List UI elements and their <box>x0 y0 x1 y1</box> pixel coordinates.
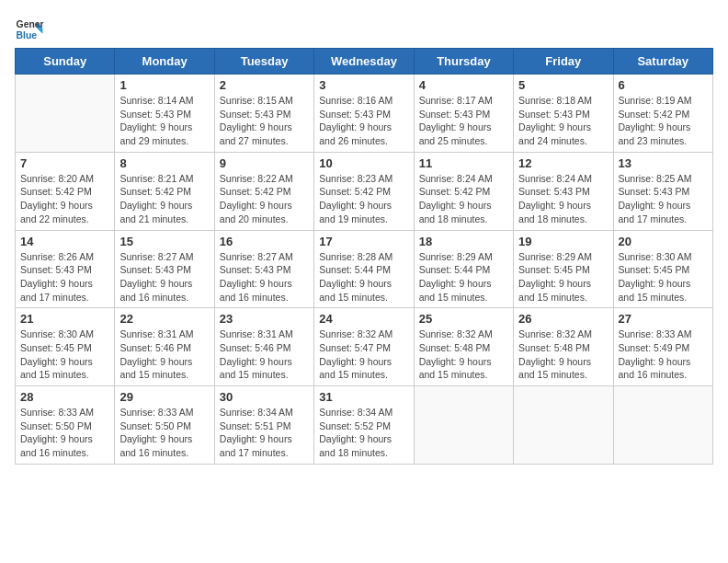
day-number: 12 <box>518 156 608 170</box>
day-number: 24 <box>319 312 408 326</box>
day-number: 5 <box>518 78 608 92</box>
day-info: Sunrise: 8:14 AMSunset: 5:43 PMDaylight:… <box>119 94 209 148</box>
calendar-day-cell: 11Sunrise: 8:24 AMSunset: 5:42 PMDayligh… <box>414 152 513 230</box>
calendar-day-cell: 19Sunrise: 8:29 AMSunset: 5:45 PMDayligh… <box>514 230 613 308</box>
calendar-day-cell: 26Sunrise: 8:32 AMSunset: 5:48 PMDayligh… <box>514 308 613 386</box>
calendar-day-cell: 18Sunrise: 8:29 AMSunset: 5:44 PMDayligh… <box>414 230 513 308</box>
calendar-day-cell: 13Sunrise: 8:25 AMSunset: 5:43 PMDayligh… <box>613 152 712 230</box>
day-number: 4 <box>419 78 508 92</box>
calendar-day-cell: 21Sunrise: 8:30 AMSunset: 5:45 PMDayligh… <box>16 308 115 386</box>
day-info: Sunrise: 8:33 AMSunset: 5:50 PMDaylight:… <box>20 406 109 460</box>
day-info: Sunrise: 8:18 AMSunset: 5:43 PMDaylight:… <box>518 94 608 148</box>
calendar-day-cell: 9Sunrise: 8:22 AMSunset: 5:42 PMDaylight… <box>214 152 313 230</box>
page-header: General Blue <box>15 15 713 44</box>
day-info: Sunrise: 8:27 AMSunset: 5:43 PMDaylight:… <box>119 250 209 304</box>
day-info: Sunrise: 8:28 AMSunset: 5:44 PMDaylight:… <box>319 250 408 304</box>
calendar-day-cell: 14Sunrise: 8:26 AMSunset: 5:43 PMDayligh… <box>16 230 115 308</box>
day-info: Sunrise: 8:34 AMSunset: 5:51 PMDaylight:… <box>220 406 309 460</box>
day-number: 28 <box>20 390 109 404</box>
day-info: Sunrise: 8:30 AMSunset: 5:45 PMDaylight:… <box>619 250 708 304</box>
day-info: Sunrise: 8:25 AMSunset: 5:43 PMDaylight:… <box>619 172 708 226</box>
day-of-week-header: Monday <box>115 49 214 75</box>
calendar-week-row: 28Sunrise: 8:33 AMSunset: 5:50 PMDayligh… <box>16 386 713 465</box>
day-info: Sunrise: 8:15 AMSunset: 5:43 PMDaylight:… <box>220 94 309 148</box>
day-number: 3 <box>319 78 408 92</box>
day-info: Sunrise: 8:34 AMSunset: 5:52 PMDaylight:… <box>319 406 408 460</box>
day-number: 14 <box>20 235 109 248</box>
calendar-day-cell: 22Sunrise: 8:31 AMSunset: 5:46 PMDayligh… <box>115 308 214 386</box>
day-number: 22 <box>119 312 209 326</box>
day-number: 30 <box>220 390 309 404</box>
day-number: 17 <box>319 235 408 248</box>
day-of-week-header: Wednesday <box>314 49 414 75</box>
day-of-week-header: Sunday <box>16 49 115 75</box>
day-number: 16 <box>220 235 309 248</box>
calendar-day-cell: 4Sunrise: 8:17 AMSunset: 5:43 PMDaylight… <box>414 75 513 153</box>
svg-text:Blue: Blue <box>17 30 38 40</box>
day-number: 8 <box>119 156 209 170</box>
day-number: 9 <box>220 156 309 170</box>
day-of-week-header: Tuesday <box>214 49 313 75</box>
calendar-header-row: SundayMondayTuesdayWednesdayThursdayFrid… <box>16 49 713 75</box>
calendar-day-cell: 17Sunrise: 8:28 AMSunset: 5:44 PMDayligh… <box>314 230 414 308</box>
calendar-day-cell: 12Sunrise: 8:24 AMSunset: 5:43 PMDayligh… <box>514 152 613 230</box>
calendar-day-cell: 2Sunrise: 8:15 AMSunset: 5:43 PMDaylight… <box>214 75 313 153</box>
logo-icon: General Blue <box>15 15 44 44</box>
calendar-day-cell: 23Sunrise: 8:31 AMSunset: 5:46 PMDayligh… <box>214 308 313 386</box>
day-info: Sunrise: 8:29 AMSunset: 5:45 PMDaylight:… <box>518 250 608 304</box>
calendar-table: SundayMondayTuesdayWednesdayThursdayFrid… <box>15 48 713 465</box>
day-of-week-header: Friday <box>514 49 613 75</box>
calendar-day-cell: 24Sunrise: 8:32 AMSunset: 5:47 PMDayligh… <box>314 308 414 386</box>
calendar-week-row: 14Sunrise: 8:26 AMSunset: 5:43 PMDayligh… <box>16 230 713 308</box>
calendar-day-cell: 5Sunrise: 8:18 AMSunset: 5:43 PMDaylight… <box>514 75 613 153</box>
calendar-day-cell: 20Sunrise: 8:30 AMSunset: 5:45 PMDayligh… <box>613 230 712 308</box>
day-number: 29 <box>119 390 209 404</box>
calendar-day-cell: 7Sunrise: 8:20 AMSunset: 5:42 PMDaylight… <box>16 152 115 230</box>
day-info: Sunrise: 8:16 AMSunset: 5:43 PMDaylight:… <box>319 94 408 148</box>
calendar-day-cell <box>16 75 115 153</box>
calendar-day-cell <box>414 386 513 465</box>
calendar-day-cell: 31Sunrise: 8:34 AMSunset: 5:52 PMDayligh… <box>314 386 414 465</box>
day-number: 20 <box>619 235 708 248</box>
day-number: 23 <box>220 312 309 326</box>
calendar-day-cell: 25Sunrise: 8:32 AMSunset: 5:48 PMDayligh… <box>414 308 513 386</box>
day-info: Sunrise: 8:26 AMSunset: 5:43 PMDaylight:… <box>20 250 109 304</box>
day-number: 19 <box>518 235 608 248</box>
day-info: Sunrise: 8:17 AMSunset: 5:43 PMDaylight:… <box>419 94 508 148</box>
day-info: Sunrise: 8:32 AMSunset: 5:47 PMDaylight:… <box>319 327 408 382</box>
day-of-week-header: Saturday <box>613 49 712 75</box>
day-number: 26 <box>518 312 608 326</box>
day-info: Sunrise: 8:23 AMSunset: 5:42 PMDaylight:… <box>319 172 408 226</box>
day-info: Sunrise: 8:30 AMSunset: 5:45 PMDaylight:… <box>20 327 109 382</box>
calendar-day-cell: 16Sunrise: 8:27 AMSunset: 5:43 PMDayligh… <box>214 230 313 308</box>
day-info: Sunrise: 8:29 AMSunset: 5:44 PMDaylight:… <box>419 250 508 304</box>
day-info: Sunrise: 8:19 AMSunset: 5:42 PMDaylight:… <box>619 94 708 148</box>
day-info: Sunrise: 8:32 AMSunset: 5:48 PMDaylight:… <box>419 327 508 382</box>
calendar-day-cell <box>514 386 613 465</box>
day-number: 10 <box>319 156 408 170</box>
day-number: 13 <box>619 156 708 170</box>
logo: General Blue <box>15 15 44 44</box>
day-of-week-header: Thursday <box>414 49 513 75</box>
day-info: Sunrise: 8:24 AMSunset: 5:42 PMDaylight:… <box>419 172 508 226</box>
day-number: 25 <box>419 312 508 326</box>
calendar-day-cell: 6Sunrise: 8:19 AMSunset: 5:42 PMDaylight… <box>613 75 712 153</box>
day-info: Sunrise: 8:33 AMSunset: 5:50 PMDaylight:… <box>119 406 209 460</box>
day-number: 21 <box>20 312 109 326</box>
calendar-day-cell: 29Sunrise: 8:33 AMSunset: 5:50 PMDayligh… <box>115 386 214 465</box>
day-info: Sunrise: 8:24 AMSunset: 5:43 PMDaylight:… <box>518 172 608 226</box>
calendar-day-cell: 10Sunrise: 8:23 AMSunset: 5:42 PMDayligh… <box>314 152 414 230</box>
day-info: Sunrise: 8:32 AMSunset: 5:48 PMDaylight:… <box>518 327 608 382</box>
day-info: Sunrise: 8:22 AMSunset: 5:42 PMDaylight:… <box>220 172 309 226</box>
day-number: 7 <box>20 156 109 170</box>
day-info: Sunrise: 8:31 AMSunset: 5:46 PMDaylight:… <box>119 327 209 382</box>
day-info: Sunrise: 8:27 AMSunset: 5:43 PMDaylight:… <box>220 250 309 304</box>
day-number: 6 <box>619 78 708 92</box>
day-info: Sunrise: 8:33 AMSunset: 5:49 PMDaylight:… <box>619 327 708 382</box>
day-info: Sunrise: 8:21 AMSunset: 5:42 PMDaylight:… <box>119 172 209 226</box>
day-info: Sunrise: 8:20 AMSunset: 5:42 PMDaylight:… <box>20 172 109 226</box>
calendar-day-cell: 3Sunrise: 8:16 AMSunset: 5:43 PMDaylight… <box>314 75 414 153</box>
day-number: 18 <box>419 235 508 248</box>
calendar-day-cell <box>613 386 712 465</box>
calendar-day-cell: 8Sunrise: 8:21 AMSunset: 5:42 PMDaylight… <box>115 152 214 230</box>
